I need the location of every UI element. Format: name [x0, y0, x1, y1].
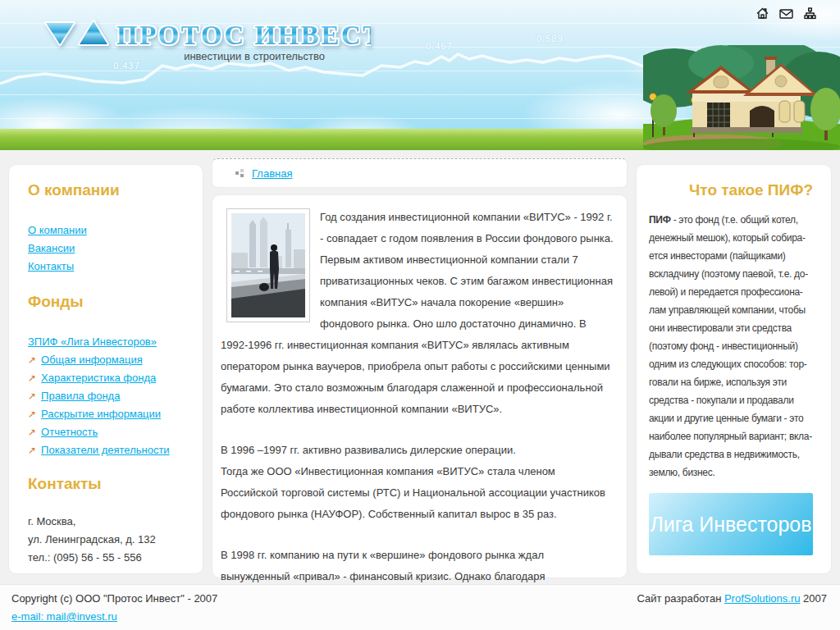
address-street: ул. Ленинградская, д. 132: [28, 531, 194, 549]
pif-description: ПИФ - это фонд (т.е. общий котел, денежн…: [649, 211, 821, 482]
article-paragraph: В 1996 –1997 гг. активно развивались дил…: [221, 440, 615, 461]
liga-investors-button[interactable]: Лига Инвесторов: [649, 493, 813, 555]
contact-address: г. Москва, ул. Ленинградская, д. 132 тел…: [28, 513, 194, 567]
article-paragraph: Тогда же ООО «Инвестиционная компания «В…: [221, 461, 615, 525]
logo-text: ПРОТОС ИНВЕСТ: [116, 21, 371, 50]
arrow-ne-icon: ↗: [28, 354, 36, 366]
breadcrumb-home-link[interactable]: Главная: [252, 167, 292, 180]
footer-left: Copyright (c) ООО "Протос Инвест" - 2007…: [11, 592, 217, 630]
main-content: Год создания инвестиционной компании «ВИ…: [212, 194, 628, 578]
article-photo: [226, 208, 310, 322]
developed-year: 2007: [803, 592, 827, 605]
address-city: г. Москва,: [28, 513, 194, 531]
spark-value-label: 0.589: [536, 34, 564, 43]
developed-by-text: Сайт разработан: [637, 592, 721, 605]
sidebar-item-fund-liga[interactable]: ЗПИФ «Лига Инвесторов»: [28, 336, 157, 348]
sidebar-heading-contacts: Контакты: [28, 475, 194, 493]
site-header: ПРОТОС ИНВЕСТ инвестиции в строительство…: [0, 0, 840, 150]
footer: Copyright (c) ООО "Протос Инвест" - 2007…: [0, 584, 840, 630]
sidebar-heading-funds: Фонды: [28, 293, 194, 311]
header-nav-icons: [756, 7, 817, 24]
spark-value-label: 0.437: [113, 61, 140, 71]
house-illustration: [643, 45, 840, 150]
tagline: инвестиции в строительство: [48, 50, 325, 62]
sidebar-item-general-info[interactable]: Общая информация: [41, 354, 143, 366]
arrow-ne-icon: ↗: [28, 445, 36, 456]
arrow-ne-icon: ↗: [28, 427, 36, 438]
sidebar-item-contacts[interactable]: Контакты: [28, 260, 74, 272]
address-phone: тел.: (095) 56 - 55 - 556: [28, 549, 194, 567]
mail-icon[interactable]: [778, 7, 794, 24]
sidebar-item-fund-profile[interactable]: Характеристика фонда: [41, 372, 156, 384]
company-logo[interactable]: ПРОТОС ИНВЕСТ: [43, 13, 371, 54]
spark-value-label: 0.457: [426, 41, 453, 51]
businessman-city-photo: [231, 213, 305, 317]
copyright-text: Copyright (c) ООО "Протос Инвест" - 2007: [11, 592, 217, 605]
sitemap-icon[interactable]: [803, 7, 817, 24]
home-icon[interactable]: [756, 7, 769, 24]
breadcrumb: Главная: [212, 158, 628, 188]
sidebar-item-vacancies[interactable]: Вакансии: [28, 242, 75, 254]
breadcrumb-icon: [235, 169, 244, 178]
logo-triangle-up: [80, 21, 107, 44]
sidebar-item-about[interactable]: О компании: [28, 224, 87, 236]
left-sidebar: О компании О компании Вакансии Контакты …: [8, 164, 203, 574]
footer-email-link[interactable]: e-mail: mail@invest.ru: [11, 610, 117, 623]
sidebar-item-performance[interactable]: Показатели деятельности: [41, 444, 170, 456]
sidebar-item-fund-rules[interactable]: Правила фонда: [41, 390, 120, 402]
sidebar-item-disclosure[interactable]: Раскрытие информации: [41, 408, 161, 420]
arrow-ne-icon: ↗: [28, 409, 36, 420]
pif-lead: ПИФ: [649, 214, 671, 226]
right-sidebar: Что такое ПИФ? ПИФ - это фонд (т.е. общи…: [636, 164, 832, 574]
footer-right: Сайт разработан ProfSolutions.ru 2007: [637, 592, 827, 630]
arrow-ne-icon: ↗: [28, 372, 36, 384]
sidebar-heading-about: О компании: [28, 181, 194, 199]
fund-sub-links: ↗Общая информация ↗Характеристика фонда …: [28, 350, 194, 459]
sidebar-item-reports[interactable]: Отчетность: [41, 426, 98, 438]
logo-triangle-down: [46, 23, 74, 44]
aside-heading-pif: Что такое ПИФ?: [649, 181, 821, 199]
about-links: О компании Вакансии Контакты: [28, 221, 194, 275]
developer-link[interactable]: ProfSolutions.ru: [724, 592, 801, 605]
arrow-ne-icon: ↗: [28, 390, 36, 402]
